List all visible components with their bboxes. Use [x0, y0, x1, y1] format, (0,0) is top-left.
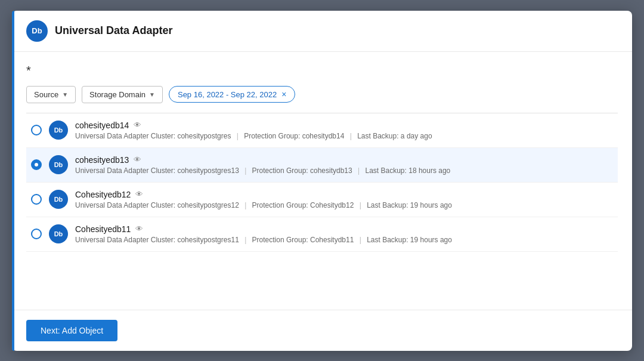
- db-icon-cohesityedb14: Db: [49, 121, 68, 140]
- modal-header: Db Universal Data Adapter: [12, 11, 632, 52]
- modal-footer: Next: Add Object: [12, 310, 632, 351]
- list-item[interactable]: Db Cohesityedb12 👁 Universal Data Adapte…: [26, 183, 618, 217]
- radio-button-cohesityedb11[interactable]: [31, 229, 42, 239]
- db-icon-cohesityedb13: Db: [49, 155, 68, 174]
- item-name: cohesityedb14: [75, 121, 129, 130]
- item-meta: Universal Data Adapter Cluster: cohesity…: [75, 166, 613, 175]
- item-name-row: Cohesityedb12 👁: [75, 190, 613, 199]
- item-name-row: Cohesityedb11 👁: [75, 224, 613, 234]
- app-icon: Db: [26, 20, 48, 42]
- item-name: cohesityedb13: [75, 155, 129, 165]
- radio-button-cohesityedb12[interactable]: [31, 194, 42, 205]
- item-info-cohesityedb14: cohesityedb14 👁 Universal Data Adapter C…: [75, 121, 613, 140]
- left-accent-bar: [12, 11, 14, 351]
- eye-icon: 👁: [135, 190, 143, 199]
- modal-title: Universal Data Adapter: [55, 24, 172, 37]
- filter-bar: Source ▼ Storage Domain ▼ Sep 16, 2022 -…: [26, 86, 618, 103]
- eye-icon: 👁: [134, 155, 141, 164]
- list-item[interactable]: Db cohesityedb14 👁 Universal Data Adapte…: [26, 113, 618, 148]
- item-name-row: cohesityedb13 👁: [75, 155, 613, 165]
- radio-button-cohesityedb13[interactable]: [31, 159, 42, 170]
- next-add-object-button[interactable]: Next: Add Object: [26, 320, 117, 341]
- db-icon-cohesityedb11: Db: [49, 224, 68, 243]
- list-item[interactable]: Db cohesityedb13 👁 Universal Data Adapte…: [26, 148, 618, 183]
- item-name-row: cohesityedb14 👁: [75, 121, 613, 130]
- item-info-cohesityedb11: Cohesityedb11 👁 Universal Data Adapter C…: [75, 224, 613, 244]
- item-info-cohesityedb12: Cohesityedb12 👁 Universal Data Adapter C…: [75, 190, 613, 209]
- item-meta: Universal Data Adapter Cluster: cohesity…: [75, 201, 613, 209]
- required-indicator: *: [26, 64, 618, 78]
- eye-icon: 👁: [135, 224, 143, 233]
- item-name: Cohesityedb12: [75, 190, 131, 199]
- eye-icon: 👁: [134, 121, 141, 129]
- storage-domain-filter-button[interactable]: Storage Domain ▼: [82, 86, 163, 103]
- source-filter-button[interactable]: Source ▼: [26, 86, 76, 103]
- radio-button-cohesityedb14[interactable]: [31, 125, 42, 135]
- item-name: Cohesityedb11: [75, 224, 131, 234]
- item-info-cohesityedb13: cohesityedb13 👁 Universal Data Adapter C…: [75, 155, 613, 175]
- db-icon-cohesityedb12: Db: [49, 190, 68, 209]
- item-meta: Universal Data Adapter Cluster: cohesity…: [75, 236, 613, 244]
- items-list: Db cohesityedb14 👁 Universal Data Adapte…: [26, 113, 618, 252]
- date-range-chip[interactable]: Sep 16, 2022 - Sep 22, 2022 ×: [169, 86, 295, 103]
- modal-container: Db Universal Data Adapter * Source ▼ Sto…: [12, 11, 632, 351]
- modal-body: * Source ▼ Storage Domain ▼ Sep 16, 2022…: [12, 52, 632, 310]
- source-chevron-icon: ▼: [62, 91, 68, 98]
- storage-domain-chevron-icon: ▼: [149, 91, 155, 98]
- list-item[interactable]: Db Cohesityedb11 👁 Universal Data Adapte…: [26, 217, 618, 252]
- item-meta: Universal Data Adapter Cluster: cohesity…: [75, 132, 613, 140]
- date-range-close-icon[interactable]: ×: [281, 90, 286, 99]
